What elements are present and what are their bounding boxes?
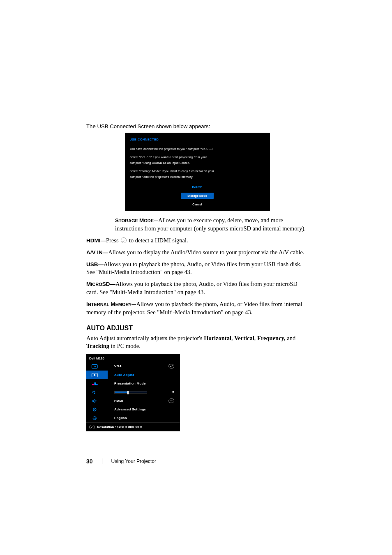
intro-text: The USB Connected Screen shown below app… xyxy=(86,123,308,129)
enter-icon: ⮐ xyxy=(89,425,95,429)
storage-mode-button[interactable]: Storage Mode xyxy=(181,193,214,199)
menu-row-auto-adjust[interactable]: Auto Adjust xyxy=(86,371,180,379)
menu-row-language[interactable]: English xyxy=(86,414,180,422)
section-title: Using Your Projector xyxy=(111,458,156,464)
menu-row-advanced[interactable]: Advanced Settings xyxy=(86,405,180,414)
auto-adjust-heading: AUTO ADJUST xyxy=(86,325,308,332)
dousb-button[interactable]: DoUSB xyxy=(181,184,214,190)
hdmi-description: HDMI—Press to detect a HDMI signal. xyxy=(86,237,308,244)
svg-line-14 xyxy=(96,408,96,409)
usb-screen-text: Select "DoUSB" if you want to start proj… xyxy=(130,154,265,160)
input-source-icon xyxy=(91,364,99,369)
menu-label: HDMI xyxy=(114,399,123,403)
menu-row-video-mode[interactable]: Presentation Mode xyxy=(86,379,180,388)
cancel-button[interactable]: Cancel xyxy=(181,201,214,207)
footer-divider xyxy=(102,458,102,464)
audio-input-icon xyxy=(91,398,99,404)
page-number: 30 xyxy=(86,458,93,465)
svg-line-11 xyxy=(93,408,94,409)
check-circle-icon xyxy=(121,237,127,243)
usb-screen-text: computer and the projector's internal me… xyxy=(130,174,265,180)
svg-line-12 xyxy=(96,410,96,411)
menu-label: Presentation Mode xyxy=(114,382,146,385)
menu-row-audio-input[interactable]: HDMI — xyxy=(86,396,180,405)
storage-mode-description: STORAGE MODE—Allows you to execute copy,… xyxy=(115,216,306,233)
nav-icon: — xyxy=(168,398,174,403)
menu-label: English xyxy=(114,416,127,420)
osd-footer: ⮐ Resolution : 1280 X 800 60Hz xyxy=(86,422,180,431)
document-page: The USB Connected Screen shown below app… xyxy=(86,123,308,431)
usb-connected-screenshot: USB CONNECTED You have connected the pro… xyxy=(125,133,270,211)
svg-rect-2 xyxy=(92,384,94,385)
menu-label: VGA xyxy=(114,364,122,368)
menu-label: Advanced Settings xyxy=(114,408,146,411)
speaker-icon xyxy=(91,389,99,395)
menu-row-volume[interactable]: 5 xyxy=(86,388,180,396)
av-in-description: A/V IN—Allows you to display the Audio/V… xyxy=(86,249,308,256)
usb-screen-text: Select "Storage Mode" if you want to cop… xyxy=(130,168,265,174)
internal-memory-description: INTERNAL MEMORY—Allows you to playback t… xyxy=(86,300,308,316)
microsd-description: MICROSD—Allows you to playback the photo… xyxy=(86,280,308,296)
video-mode-icon xyxy=(91,381,99,387)
svg-rect-3 xyxy=(95,382,96,385)
menu-label: Auto Adjust xyxy=(114,373,134,377)
svg-point-6 xyxy=(94,409,95,410)
gear-icon xyxy=(91,407,99,412)
auto-adjust-description: Auto Adjust automatically adjusts the pr… xyxy=(86,334,308,350)
osd-menu-screenshot: Dell M110 VGA ⮐ Auto Adjust Presentation… xyxy=(86,354,180,431)
page-footer: 30 Using Your Projector xyxy=(86,458,156,465)
svg-line-13 xyxy=(93,410,94,411)
enter-icon: ⮐ xyxy=(168,364,174,368)
globe-icon xyxy=(91,415,99,421)
svg-rect-4 xyxy=(96,384,98,385)
auto-adjust-icon xyxy=(91,372,99,378)
usb-description: USB—Allows you to playback the photo, Au… xyxy=(86,260,308,276)
osd-title: Dell M110 xyxy=(86,354,180,362)
resolution-status: Resolution : 1280 X 800 60Hz xyxy=(97,425,142,429)
usb-screen-title: USB CONNECTED xyxy=(130,138,265,141)
volume-slider[interactable] xyxy=(114,391,147,394)
slider-value: 5 xyxy=(172,390,174,394)
usb-screen-text: You have connected the projector to your… xyxy=(130,146,265,152)
menu-row-vga[interactable]: VGA ⮐ xyxy=(86,362,180,371)
usb-screen-text: computer using DoUSB as an Input Source. xyxy=(130,160,265,166)
